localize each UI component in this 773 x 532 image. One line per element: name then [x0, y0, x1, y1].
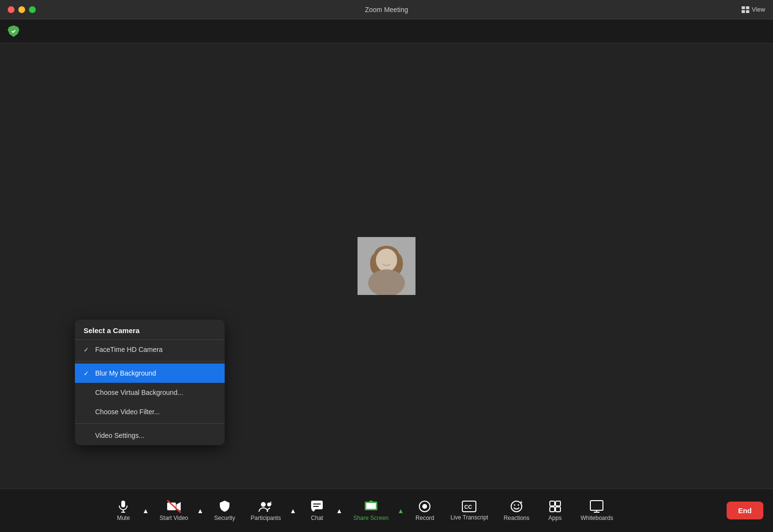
- dropdown-item-video-settings[interactable]: Video Settings...: [75, 426, 225, 445]
- share-screen-icon: [364, 500, 378, 513]
- mute-label: Mute: [117, 515, 130, 521]
- security-label: Security: [214, 515, 235, 521]
- share-screen-group: Share Screen ▲: [346, 496, 406, 525]
- chevron-up-icon-5: ▲: [398, 507, 404, 515]
- share-screen-button[interactable]: Share Screen: [346, 496, 395, 525]
- svg-rect-1: [746, 6, 749, 9]
- participants-chevron[interactable]: ▲: [287, 503, 298, 518]
- toolbar: Mute ▲ Start Video ▲: [0, 489, 773, 532]
- mute-group: Mute ▲: [106, 496, 151, 525]
- mute-chevron[interactable]: ▲: [140, 503, 151, 518]
- dropdown-header: Select a Camera: [75, 320, 225, 340]
- video-slash-icon: [167, 500, 181, 513]
- whiteboards-group: Whiteboards: [574, 496, 620, 525]
- start-video-button[interactable]: Start Video: [153, 496, 195, 525]
- top-bar: [0, 19, 773, 43]
- chevron-up-icon-2: ▲: [197, 507, 204, 515]
- person-thumbnail: [358, 237, 415, 295]
- dropdown-item-label: Choose Virtual Background...: [95, 389, 183, 396]
- apps-button[interactable]: Apps: [538, 496, 572, 525]
- share-screen-label: Share Screen: [353, 515, 388, 521]
- participants-label: Participants: [251, 515, 281, 521]
- reactions-group: + Reactions: [497, 496, 536, 525]
- minimize-button[interactable]: [18, 6, 25, 13]
- svg-point-16: [261, 502, 266, 507]
- chat-button[interactable]: Chat: [300, 496, 334, 525]
- window-controls[interactable]: [8, 6, 36, 13]
- view-label: View: [752, 6, 765, 13]
- apps-icon: [549, 500, 561, 513]
- participants-icon: 1: [258, 500, 273, 513]
- dropdown-item-label: FaceTime HD Camera: [95, 346, 163, 353]
- dropdown-item-label: Choose Video Filter...: [95, 408, 160, 416]
- whiteboards-icon: [590, 500, 603, 513]
- chevron-up-icon-4: ▲: [336, 507, 343, 515]
- participants-group: 1 Participants ▲: [244, 496, 299, 525]
- emoji-icon: +: [510, 500, 523, 513]
- svg-point-30: [514, 504, 515, 505]
- svg-rect-0: [742, 6, 745, 9]
- title-bar: Zoom Meeting View: [0, 0, 773, 19]
- shield-icon: [8, 26, 19, 37]
- svg-rect-36: [556, 507, 560, 512]
- security-group: Security: [207, 496, 242, 525]
- security-button[interactable]: Security: [207, 496, 242, 525]
- dropdown-item-label: Video Settings...: [95, 432, 144, 439]
- dropdown-item-blur[interactable]: ✓ Blur My Background: [75, 364, 225, 383]
- close-button[interactable]: [8, 6, 14, 13]
- svg-rect-34: [556, 501, 560, 506]
- video-chevron[interactable]: ▲: [195, 503, 206, 518]
- record-group: Record: [408, 496, 442, 525]
- dropdown-item-facetime[interactable]: ✓ FaceTime HD Camera: [75, 340, 225, 359]
- whiteboards-button[interactable]: Whiteboards: [574, 496, 620, 525]
- chevron-up-icon: ▲: [142, 507, 149, 515]
- chat-group: Chat ▲: [300, 496, 344, 525]
- apps-label: Apps: [548, 515, 561, 521]
- camera-preview: [358, 237, 415, 295]
- start-video-group: Start Video ▲: [153, 496, 205, 525]
- svg-text:+: +: [520, 500, 523, 505]
- start-video-label: Start Video: [159, 515, 188, 521]
- svg-rect-37: [590, 501, 603, 510]
- svg-text:1: 1: [270, 501, 272, 505]
- svg-rect-11: [121, 501, 125, 507]
- view-icon: [742, 6, 749, 13]
- view-button[interactable]: View: [742, 6, 765, 13]
- maximize-button[interactable]: [29, 6, 36, 13]
- svg-rect-19: [311, 501, 323, 509]
- reactions-label: Reactions: [503, 515, 529, 521]
- toolbar-center: Mute ▲ Start Video ▲: [10, 496, 717, 525]
- check-icon-blur: ✓: [84, 370, 91, 377]
- dropdown-divider-2: [75, 423, 225, 424]
- participants-button[interactable]: 1 Participants: [244, 496, 288, 525]
- live-transcript-label: Live Transcript: [450, 514, 488, 521]
- svg-point-26: [422, 504, 427, 509]
- svg-point-8: [376, 249, 397, 272]
- toolbar-right: End: [717, 502, 763, 519]
- record-button[interactable]: Record: [408, 496, 442, 525]
- live-transcript-group: CC Live Transcript: [444, 497, 495, 525]
- mute-button[interactable]: Mute: [106, 496, 140, 525]
- share-chevron[interactable]: ▲: [396, 503, 406, 518]
- chat-icon: [311, 500, 323, 513]
- whiteboards-label: Whiteboards: [581, 515, 613, 521]
- chat-chevron[interactable]: ▲: [334, 503, 344, 518]
- end-button[interactable]: End: [727, 502, 763, 519]
- chat-label: Chat: [311, 515, 323, 521]
- main-video-area: Select a Camera ✓ FaceTime HD Camera ✓ B…: [0, 43, 773, 489]
- svg-rect-33: [550, 501, 555, 506]
- chevron-up-icon-3: ▲: [289, 507, 296, 515]
- window-title: Zoom Meeting: [365, 6, 408, 14]
- mic-icon: [117, 500, 129, 513]
- dropdown-item-virtual-bg[interactable]: Choose Virtual Background...: [75, 383, 225, 402]
- live-transcript-button[interactable]: CC Live Transcript: [444, 497, 495, 525]
- reactions-button[interactable]: + Reactions: [497, 496, 536, 525]
- record-label: Record: [415, 515, 434, 521]
- apps-group: Apps: [538, 496, 572, 525]
- svg-point-31: [518, 504, 519, 505]
- dropdown-item-label: Blur My Background: [95, 369, 156, 377]
- dropdown-item-video-filter[interactable]: Choose Video Filter...: [75, 402, 225, 421]
- check-icon: ✓: [84, 346, 91, 353]
- svg-rect-2: [742, 10, 745, 13]
- security-shield-icon: [219, 500, 230, 513]
